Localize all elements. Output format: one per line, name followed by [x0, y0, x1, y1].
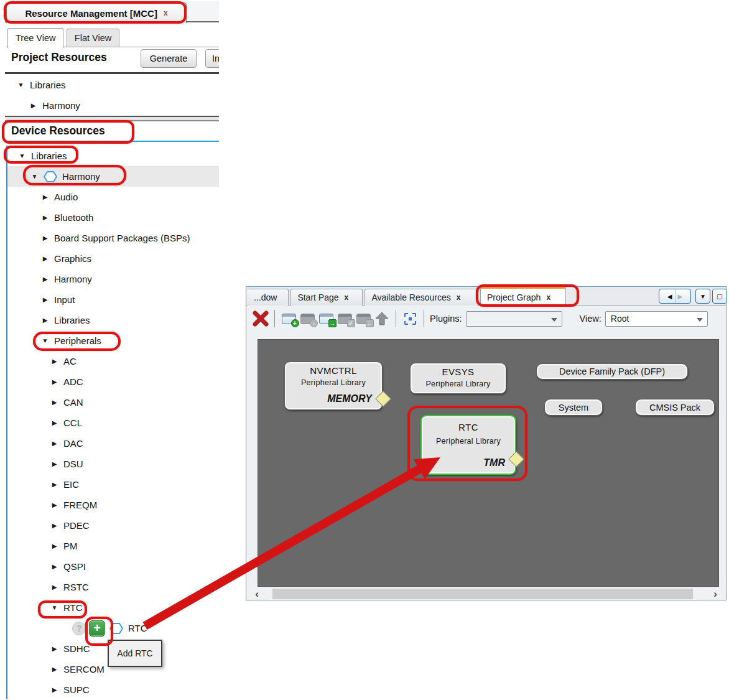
tree-item-dsu[interactable]: ▶DSU [7, 454, 219, 474]
tree-item-ccl[interactable]: ▶CCL [7, 413, 219, 433]
tree-item-label: FREQM [63, 500, 97, 510]
chevron-collapsed-icon[interactable]: ▶ [40, 296, 50, 303]
chevron-collapsed-icon[interactable]: ▶ [50, 543, 59, 549]
chevron-collapsed-icon[interactable]: ▶ [40, 214, 50, 221]
tab-available-resources[interactable]: Available Resourcesx [364, 289, 478, 306]
chevron-collapsed-icon[interactable]: ▶ [40, 317, 50, 324]
tree-item-input[interactable]: ▶Input [7, 289, 219, 310]
chevron-collapsed-icon[interactable]: ▶ [50, 419, 59, 426]
chevron-collapsed-icon[interactable]: ▶ [50, 502, 59, 508]
chevron-expanded-icon[interactable]: ▼ [30, 173, 39, 180]
tree-item-ac[interactable]: ▶AC [7, 351, 219, 371]
graph-node-system[interactable]: System [544, 399, 603, 416]
tree-item-board-support-packages-bsps[interactable]: ▶Board Support Packages (BSPs) [7, 228, 219, 248]
zoom-to-fit-icon[interactable] [401, 309, 419, 328]
maximize-window-button[interactable]: □ [712, 289, 727, 304]
chevron-down-icon [551, 318, 557, 322]
add-rtc-button[interactable]: + [89, 620, 105, 637]
tab-flat-view[interactable]: Flat View [67, 29, 119, 47]
tree-item-pdec[interactable]: ▶PDEC [7, 515, 219, 536]
tab-project-graph[interactable]: Project Graphx [480, 287, 566, 306]
chevron-collapsed-icon[interactable]: ▶ [50, 563, 59, 570]
tree-item-libraries[interactable]: ▼Libraries [7, 146, 219, 166]
chevron-collapsed-icon[interactable]: ▶ [50, 686, 59, 693]
chevron-expanded-icon[interactable]: ▼ [40, 337, 50, 344]
tree-item-qspi[interactable]: ▶QSPI [7, 556, 219, 577]
tree-item-dac[interactable]: ▶DAC [7, 433, 219, 454]
tree-item-peripherals[interactable]: ▼Peripherals [7, 330, 219, 351]
add-node-icon[interactable]: + [279, 309, 298, 328]
chevron-expanded-icon[interactable]: ▼ [16, 82, 26, 88]
plugins-select[interactable] [466, 311, 562, 327]
tree-item-eic[interactable]: ▶EIC [7, 474, 219, 495]
close-icon[interactable]: x [546, 293, 550, 302]
tree-item-label: CAN [63, 397, 83, 408]
scroll-right-icon[interactable]: › [708, 588, 722, 600]
graph-node-evsys[interactable]: EVSYS Peripheral Library [410, 363, 506, 394]
tab-dow[interactable]: ...dow [248, 289, 289, 306]
graph-node-cmsis-pack[interactable]: CMSIS Pack [635, 399, 715, 416]
chevron-collapsed-icon[interactable]: ▶ [50, 378, 59, 385]
import-button-truncated[interactable]: In [205, 49, 219, 68]
tree-item-rtc[interactable]: ▼RTC [7, 597, 219, 618]
tree-item-can[interactable]: ▶CAN [7, 392, 219, 413]
tree-item-libraries[interactable]: ▶Libraries [7, 310, 219, 330]
chevron-collapsed-icon[interactable]: ▶ [29, 102, 38, 109]
chevron-collapsed-icon[interactable]: ▶ [50, 584, 59, 590]
scroll-tabs-right-icon[interactable]: ▶ [678, 293, 683, 300]
scroll-tabs-left-icon[interactable]: ◀ [667, 293, 672, 300]
dependency-diamond-icon[interactable] [508, 451, 524, 467]
tree-item-freqm[interactable]: ▶FREQM [7, 495, 219, 515]
tab-tree-view[interactable]: Tree View [7, 28, 63, 48]
tab-start-page[interactable]: Start Pagex [290, 289, 363, 306]
view-select[interactable]: Root [605, 311, 708, 327]
resource-management-window-tab[interactable]: Resource Management [MCC] x [6, 2, 187, 23]
close-icon[interactable]: x [457, 293, 461, 302]
tree-item-adc[interactable]: ▶ADC [7, 371, 219, 392]
chevron-collapsed-icon[interactable]: ▶ [50, 358, 59, 365]
delete-node-icon[interactable] [251, 309, 270, 328]
chevron-collapsed-icon[interactable]: ▶ [40, 235, 50, 241]
view-label: View: [580, 314, 601, 324]
tree-item-rstc[interactable]: ▶RSTC [7, 577, 219, 597]
chevron-collapsed-icon[interactable]: ▶ [50, 460, 59, 467]
tree-item-pm[interactable]: ▶PM [7, 536, 219, 556]
dependency-diamond-icon[interactable] [375, 391, 391, 406]
graph-node-dfp[interactable]: Device Family Pack (DFP) [536, 363, 688, 380]
chevron-collapsed-icon[interactable]: ▶ [50, 481, 59, 488]
tree-item-rtc-leaf[interactable]: ?+RTC [7, 618, 219, 638]
chevron-expanded-icon[interactable]: ▼ [50, 604, 59, 611]
chevron-collapsed-icon[interactable]: ▶ [50, 440, 59, 447]
export-graph-icon[interactable]: → [317, 309, 335, 328]
tree-item-graphics[interactable]: ▶Graphics [7, 248, 219, 269]
tab-list-dropdown-button[interactable]: ▼ [695, 289, 710, 304]
graph-node-rtc[interactable]: RTC Peripheral Library TMR [420, 415, 516, 475]
close-icon[interactable]: x [345, 293, 349, 302]
project-resources-tree: ▼Libraries▶Harmony [6, 75, 219, 116]
tree-item-supc[interactable]: ▶SUPC [7, 679, 219, 699]
chevron-expanded-icon[interactable]: ▼ [17, 152, 27, 159]
chevron-collapsed-icon[interactable]: ▶ [50, 522, 59, 529]
tree-item-bluetooth[interactable]: ▶Bluetooth [7, 207, 219, 228]
graph-node-nvmctrl[interactable]: NVMCTRL Peripheral Library MEMORY [284, 362, 383, 410]
tree-item-harmony[interactable]: ▶Harmony [6, 95, 219, 116]
scrollbar-thumb[interactable] [272, 589, 693, 599]
tree-item-audio[interactable]: ▶Audio [7, 187, 219, 207]
scroll-left-icon[interactable]: ‹ [250, 588, 264, 600]
tree-item-harmony[interactable]: ▼Harmony [7, 166, 219, 187]
chevron-collapsed-icon[interactable]: ▶ [50, 666, 59, 673]
chevron-collapsed-icon[interactable]: ▶ [40, 194, 50, 200]
close-icon[interactable]: x [164, 9, 168, 17]
chevron-collapsed-icon[interactable]: ▶ [40, 276, 50, 282]
chevron-collapsed-icon[interactable]: ▶ [50, 399, 59, 406]
tree-item-harmony[interactable]: ▶Harmony [7, 269, 219, 289]
tab-scroll-buttons[interactable]: ◀ ▶ [659, 289, 691, 304]
chevron-collapsed-icon[interactable]: ▶ [40, 255, 50, 262]
panel-splitter[interactable] [5, 116, 219, 121]
project-graph-canvas[interactable]: NVMCTRL Peripheral Library MEMORY EVSYS … [258, 339, 719, 587]
tree-item-label: DSU [63, 459, 83, 469]
tree-item-libraries[interactable]: ▼Libraries [6, 75, 219, 95]
chevron-collapsed-icon[interactable]: ▶ [50, 645, 59, 652]
generate-button[interactable]: Generate [141, 49, 197, 68]
horizontal-scrollbar[interactable]: ‹ › [250, 588, 722, 600]
